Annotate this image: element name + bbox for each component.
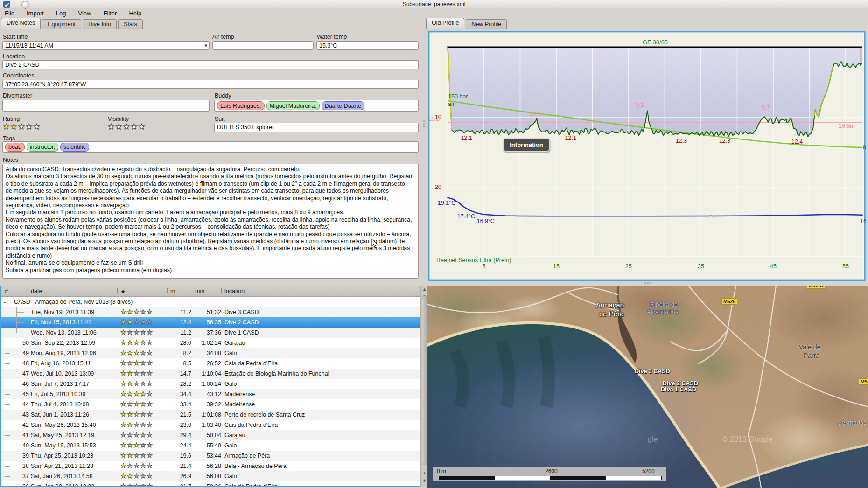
dive-list[interactable]: #date★mminlocation ⌄CASD - Armação de Pê… bbox=[0, 286, 420, 487]
dive-row[interactable]: 44Thu, Jul 4, 2013 10:08★★★★★33.439:32Ma… bbox=[1, 399, 420, 410]
visibility-stars[interactable]: ★★★★★ bbox=[108, 122, 146, 131]
dive-rating: ★★★★★ bbox=[120, 328, 153, 336]
star-icon: ★ bbox=[133, 482, 140, 487]
tags-label: Tags bbox=[3, 135, 15, 142]
road-badge-m526: M526 bbox=[859, 378, 868, 385]
dive-row[interactable]: 48Fri, Aug 16, 2013 15:11★★★★★8.526:52Ca… bbox=[1, 358, 420, 369]
pill-instructor[interactable]: instructor, bbox=[27, 143, 58, 152]
location-field[interactable]: Dive 2 CASD bbox=[2, 60, 419, 69]
pill-duarteduarte[interactable]: Duarte Duarte bbox=[322, 101, 365, 110]
divemaster-field[interactable] bbox=[2, 100, 210, 112]
star-icon: ★ bbox=[120, 339, 127, 346]
column-header-min[interactable]: min bbox=[195, 288, 204, 294]
dive-row[interactable]: 37Sat, Jan 26, 2013 14:58★★★★★26.956:08G… bbox=[1, 471, 420, 481]
dive-site-map[interactable]: Armaçãode PêraRibeira deAlcantarilhaVale… bbox=[427, 286, 868, 488]
dive-row[interactable]: Fri, Nov 15, 2013 11:41★★★★★12.456:35Div… bbox=[1, 317, 420, 328]
map-label-arma-o: Armação bbox=[596, 301, 624, 309]
menu-help[interactable]: Help bbox=[124, 9, 146, 18]
water-temp-field[interactable]: 15.3°C bbox=[316, 41, 419, 50]
column-header-location[interactable]: location bbox=[224, 288, 245, 294]
menu-log[interactable]: Log bbox=[51, 9, 71, 18]
dive-date: Sat, May 25, 2013 12:19 bbox=[31, 432, 94, 439]
dive-row[interactable]: 42Sun, May 26, 2013 15:40★★★★★23.01:03:4… bbox=[1, 420, 420, 430]
dive-row[interactable]: Tue, Nov 19, 2013 11:39★★★★★11.251:32Div… bbox=[1, 307, 420, 317]
star-icon: ★ bbox=[120, 390, 127, 397]
scroll-up2-icon[interactable]: ▲ bbox=[422, 471, 427, 475]
star-icon: ★ bbox=[147, 411, 153, 418]
dive-list-scrollbar[interactable]: ▲ ▲ ▼ bbox=[420, 286, 427, 487]
column-header-m[interactable]: m bbox=[170, 288, 175, 294]
star-icon: ★ bbox=[127, 308, 133, 315]
dive-rating: ★★★★★ bbox=[120, 380, 153, 387]
star-icon: ★ bbox=[140, 349, 147, 356]
chevron-down-icon[interactable]: ▾ bbox=[204, 42, 207, 49]
dive-row[interactable]: 41Sat, May 25, 2013 12:19★★★★★29.450:04G… bbox=[1, 430, 420, 440]
suit-field[interactable]: DUI TLS 350 Explorer bbox=[214, 123, 419, 132]
dive-row[interactable]: 47Wed, Jul 10, 2013 13:09★★★★★14.71:10:0… bbox=[1, 369, 420, 379]
svg-text:25: 25 bbox=[625, 263, 632, 270]
dive-row[interactable]: 39Thu, Apr 25, 2013 10:28★★★★★19.653:44A… bbox=[1, 451, 420, 461]
dive-date: Sun, Sep 22, 2013 12:59 bbox=[31, 340, 95, 346]
dive-list-header[interactable]: #date★mminlocation bbox=[1, 286, 420, 297]
dive-date: Fri, Aug 16, 2013 15:11 bbox=[31, 360, 91, 367]
tab-equipment[interactable]: Equipment bbox=[42, 19, 81, 29]
dive-location: Galo bbox=[224, 442, 237, 449]
tab-stats[interactable]: Stats bbox=[118, 19, 143, 29]
dive-row[interactable]: 36Sun, Jan 20, 2013 12:33★★★★★21.758:36C… bbox=[1, 481, 420, 487]
horizontal-splitter[interactable] bbox=[428, 281, 868, 286]
menu-file[interactable]: File bbox=[0, 9, 19, 18]
pill-miguelmadureira[interactable]: Miguel Madureira, bbox=[266, 101, 320, 110]
star-icon: ★ bbox=[26, 123, 33, 131]
information-tooltip[interactable]: Information bbox=[503, 138, 550, 152]
star-icon: ★ bbox=[140, 482, 147, 487]
column-header-★[interactable]: ★ bbox=[120, 288, 126, 295]
dive-row[interactable]: 50Sun, Sep 22, 2013 12:59★★★★★28.01:02:2… bbox=[1, 338, 420, 348]
trip-row[interactable]: ⌄CASD - Armação de Pêra, Nov 2013 (3 div… bbox=[1, 297, 420, 307]
menu-view[interactable]: View bbox=[74, 9, 96, 18]
dive-row[interactable]: 40Sun, May 19, 2013 15:53★★★★★24.455:40G… bbox=[1, 440, 420, 451]
air-temp-field[interactable] bbox=[212, 41, 314, 50]
coordinates-field[interactable]: 37°05'23.460"N 8°20'47.879"W bbox=[2, 80, 419, 89]
dive-row[interactable]: Wed, Nov 13, 2013 11:06★★★★★11.237:36Div… bbox=[1, 328, 420, 338]
column-header-#[interactable]: # bbox=[5, 288, 8, 294]
dive-rating: ★★★★★ bbox=[120, 308, 153, 315]
pill-luísrodrigues[interactable]: Luís Rodrigues, bbox=[217, 101, 265, 110]
tags-field[interactable]: boat,instructor,scientific bbox=[2, 141, 419, 153]
tab-old-profile[interactable]: Old Profile bbox=[426, 18, 464, 29]
tab-dive-info[interactable]: Dive Info bbox=[83, 19, 117, 29]
notes-textarea[interactable]: Aula do curso CASD. Transectos c/video e… bbox=[2, 164, 419, 279]
dive-row[interactable]: 46Sun, Jul 7, 2013 17:17★★★★★28.21:00:24… bbox=[1, 379, 420, 389]
dive-row[interactable]: 43Sat, Jun 1, 2013 11:26★★★★★21.51:01:08… bbox=[1, 410, 420, 420]
collapse-icon[interactable]: ⌄ bbox=[3, 299, 7, 305]
dive-row[interactable]: 45Fri, Jul 5, 2013 10:39★★★★★34.443:12Ma… bbox=[1, 389, 420, 399]
column-header-date[interactable]: date bbox=[31, 288, 42, 294]
dive-number: 37 bbox=[20, 473, 29, 480]
tab-new-profile[interactable]: New Profile bbox=[466, 19, 507, 29]
dive-row[interactable]: 49Mon, Aug 19, 2013 12:06★★★★★8.234:08Ga… bbox=[1, 348, 420, 358]
start-time-label: Start time bbox=[3, 34, 28, 40]
dive-rating: ★★★★★ bbox=[120, 431, 153, 439]
star-icon: ★ bbox=[127, 431, 133, 439]
rating-stars[interactable]: ★★★★★ bbox=[3, 122, 41, 131]
star-icon: ★ bbox=[147, 369, 153, 377]
scroll-down-icon[interactable]: ▼ bbox=[422, 478, 427, 483]
start-time-combobox[interactable]: 11/15/13 11:41 AM ▾ bbox=[2, 41, 210, 50]
menu-filter[interactable]: Filter bbox=[98, 9, 121, 18]
star-icon: ★ bbox=[127, 441, 133, 449]
rating-label: Rating bbox=[3, 116, 20, 122]
menu-import[interactable]: Import bbox=[22, 9, 49, 18]
dive-row[interactable]: 38Sun, Apr 21, 2013 11:28★★★★★21.456:28B… bbox=[1, 461, 420, 471]
dive-profile-chart[interactable]: GF 30/85102051525354555Reefnet Sensus Ul… bbox=[428, 30, 866, 282]
tab-dive-notes[interactable]: Dive Notes bbox=[1, 18, 41, 29]
dive-rating: ★★★★★ bbox=[120, 472, 153, 480]
dive-number: 40 bbox=[20, 442, 29, 449]
buddy-field[interactable]: Luís Rodrigues,Miguel Madureira,Duarte D… bbox=[214, 100, 419, 112]
star-icon: ★ bbox=[115, 123, 123, 131]
star-icon: ★ bbox=[147, 462, 153, 469]
scroll-up-icon[interactable]: ▲ bbox=[422, 287, 427, 292]
pill-boat[interactable]: boat, bbox=[5, 143, 25, 152]
pill-scientific[interactable]: scientific bbox=[60, 143, 89, 152]
vertical-splitter[interactable] bbox=[423, 120, 425, 127]
star-icon: ★ bbox=[147, 400, 153, 408]
scrollbar-thumb[interactable] bbox=[422, 295, 427, 465]
